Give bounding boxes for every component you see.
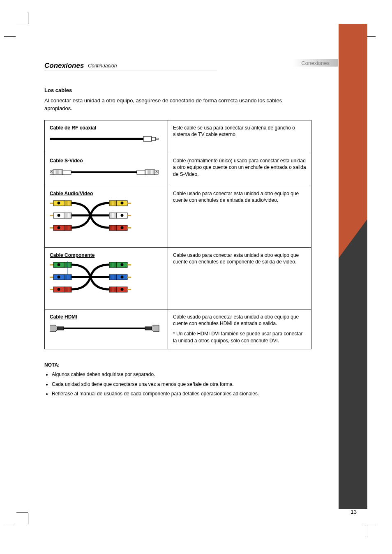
crop-mark	[28, 12, 28, 24]
cable-name: Cable HDMI	[50, 314, 163, 321]
intro-line: Al conectar esta unidad a otro equipo, a…	[44, 97, 328, 105]
svg-rect-136	[64, 328, 145, 329]
crop-mark	[364, 525, 376, 525]
side-tab	[339, 24, 367, 509]
svg-rect-71	[127, 215, 131, 216]
category-label: Conexiones	[301, 60, 330, 66]
cable-name: Cable Audio/Video	[50, 190, 163, 197]
cable-name: Cable S-Video	[50, 157, 163, 164]
list-item: Cada unidad sólo tiene que conectarse un…	[52, 381, 328, 388]
table-row: Cable de RF coaxial Este cable se usa pa…	[45, 120, 311, 153]
section-header: Conexiones Continuación	[44, 62, 217, 71]
component-cable-icon	[50, 261, 161, 302]
cable-desc: Cable usado para conectar esta unidad a …	[168, 186, 311, 247]
svg-rect-99	[50, 289, 53, 290]
svg-rect-135	[57, 327, 64, 330]
svg-point-133	[121, 288, 124, 291]
svg-point-29	[58, 202, 60, 205]
page-body: Conexiones Conexiones Continuación Los c…	[44, 62, 328, 398]
cable-desc: Cable usado para conectar esta unidad a …	[173, 314, 306, 327]
svg-rect-27	[50, 203, 53, 204]
crop-mark	[368, 25, 368, 36]
av-cable-icon	[50, 199, 161, 240]
cables-table: Cable de RF coaxial Este cable se usa pa…	[44, 120, 311, 350]
intro-line: apropiados.	[44, 105, 328, 113]
svg-rect-2	[152, 137, 156, 141]
intro-text: Los cables Al conectar esta unidad a otr…	[44, 87, 328, 113]
list-item: Algunos cables deben adquirirse por sepa…	[52, 371, 328, 378]
coax-cable-icon	[50, 134, 161, 146]
intro-heading: Los cables	[44, 87, 328, 95]
svg-rect-0	[50, 138, 143, 140]
svg-point-26	[156, 171, 157, 173]
svg-rect-62	[127, 203, 131, 204]
table-row: Cable HDMI Cable usado para conectar est…	[45, 309, 311, 349]
crop-mark	[4, 36, 16, 37]
svg-point-47	[58, 226, 60, 229]
svg-rect-81	[50, 264, 53, 265]
svg-point-79	[121, 226, 124, 229]
svideo-cable-icon	[50, 166, 161, 179]
svg-rect-45	[50, 227, 53, 229]
cable-desc: Cable usado para conectar esta unidad a …	[168, 247, 311, 309]
page-number: 13	[351, 509, 357, 515]
crop-mark	[28, 513, 28, 524]
cable-desc-note: * Un cable HDMI-DVI también se puede usa…	[173, 330, 306, 344]
crop-mark	[368, 525, 368, 537]
section-subtitle: Continuación	[88, 63, 117, 69]
cable-name: Cable Componente	[50, 252, 163, 259]
crop-mark	[4, 525, 16, 525]
svg-point-115	[121, 263, 124, 266]
svg-rect-14	[63, 170, 71, 174]
table-row: Cable Audio/Video	[45, 186, 311, 247]
svg-point-124	[121, 276, 124, 279]
svg-rect-134	[127, 289, 131, 290]
svg-point-61	[121, 202, 124, 205]
cable-name: Cable de RF coaxial	[50, 125, 163, 132]
svg-rect-90	[50, 277, 53, 278]
notice-heading: NOTA:	[44, 362, 60, 368]
svg-point-83	[58, 263, 60, 266]
cable-desc: Cable (normalmente único) usado para con…	[168, 153, 311, 186]
svg-point-101	[58, 288, 60, 291]
crop-mark	[16, 512, 28, 513]
svg-rect-1	[143, 136, 152, 141]
svg-point-92	[58, 276, 60, 279]
notice-block: NOTA: Algunos cables deben adquirirse po…	[44, 362, 328, 398]
svg-rect-125	[127, 277, 131, 278]
cable-desc: Este cable se usa para conectar su anten…	[168, 120, 311, 153]
hdmi-cable-icon	[50, 323, 161, 335]
svg-rect-137	[145, 327, 152, 330]
section-title: Conexiones	[44, 62, 84, 70]
svg-point-38	[58, 214, 60, 217]
svg-rect-16	[137, 170, 145, 174]
crop-mark	[16, 24, 28, 24]
table-row: Cable Componente	[45, 247, 311, 309]
svg-rect-3	[156, 138, 158, 140]
svg-point-5	[51, 171, 52, 173]
table-row: Cable S-Video Cable (normalmente único) …	[45, 153, 311, 186]
svg-rect-80	[127, 227, 131, 229]
svg-rect-116	[127, 264, 131, 265]
svg-point-70	[121, 214, 124, 217]
svg-rect-15	[71, 171, 137, 173]
svg-rect-36	[50, 215, 53, 216]
list-item: Refiérase al manual de usuarios de cada …	[52, 390, 328, 397]
